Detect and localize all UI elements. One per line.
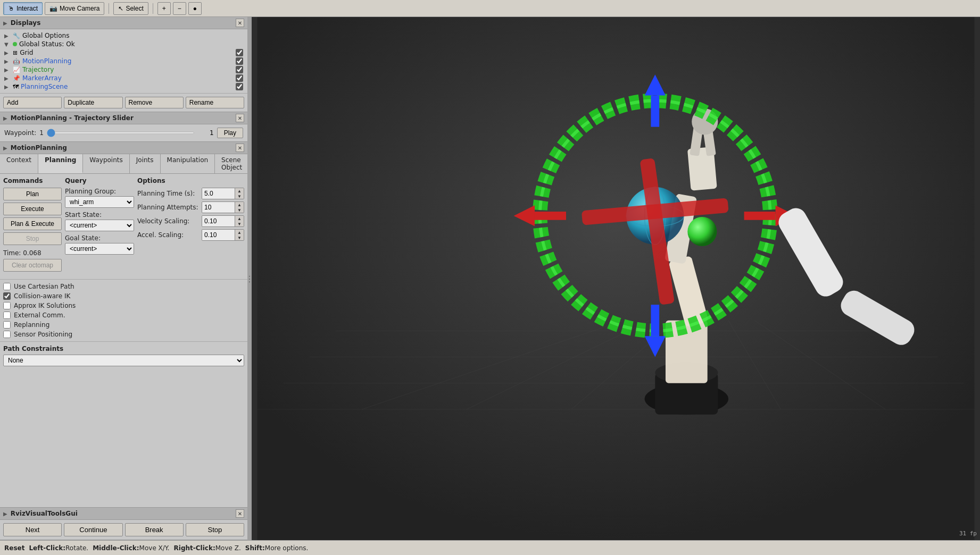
interact-label: Interact	[16, 5, 38, 12]
display-item-grid[interactable]: ▶ ⊞ Grid	[0, 48, 247, 57]
display-item-trajectory[interactable]: ▶ 📈 Trajectory	[0, 65, 247, 74]
rename-button[interactable]: Rename	[186, 97, 244, 108]
sensor-positioning-checkbox[interactable]	[3, 331, 11, 338]
collision-label: Collision-aware IK	[14, 292, 70, 300]
planning-attempts-field[interactable]	[202, 202, 235, 213]
dot-icon: ●	[193, 5, 197, 12]
rviz-header[interactable]: ▶ RvizVisualToolsGui ✕	[0, 508, 247, 520]
waypoint-label: Waypoint:	[4, 129, 36, 137]
duplicate-button[interactable]: Duplicate	[64, 97, 122, 108]
start-state-label: Start State:	[65, 211, 134, 218]
display-item-global-options[interactable]: ▶ 🔧 Global Options	[0, 31, 247, 40]
stop-button[interactable]: Stop	[3, 232, 62, 245]
display-item-global-status[interactable]: ▼ Global Status: Ok	[0, 40, 247, 48]
break-button[interactable]: Break	[125, 523, 184, 536]
rviz-section: ▶ RvizVisualToolsGui ✕ Next Continue Bre…	[0, 508, 247, 540]
plus-button[interactable]: +	[157, 2, 171, 15]
select-button[interactable]: ↖ Select	[113, 2, 148, 15]
motionplanning-header[interactable]: ▶ MotionPlanning ✕	[0, 142, 247, 154]
trajectory-slider-header[interactable]: ▶ MotionPlanning - Trajectory Slider ✕	[0, 112, 247, 124]
clear-octomap-button[interactable]: Clear octomap	[3, 259, 62, 272]
velocity-scaling-down[interactable]: ▼	[235, 221, 244, 226]
remove-button[interactable]: Remove	[125, 97, 184, 108]
plan-button[interactable]: Plan	[3, 188, 62, 200]
accel-scaling-down[interactable]: ▼	[235, 235, 244, 240]
trajectory-arrow: ▶	[4, 67, 11, 73]
trajectory-slider-close[interactable]: ✕	[236, 114, 244, 122]
velocity-scaling-up[interactable]: ▲	[235, 216, 244, 221]
viewport[interactable]: 31 fp	[252, 17, 980, 540]
planning-attempts-down[interactable]: ▼	[235, 207, 244, 213]
plus-icon: +	[162, 5, 166, 12]
displays-tree: ▶ 🔧 Global Options ▼ Global Status: Ok ▶…	[0, 29, 247, 93]
continue-button[interactable]: Continue	[64, 523, 122, 536]
tab-manipulation[interactable]: Manipulation	[161, 154, 215, 173]
rviz-collapse[interactable]: ▶	[3, 511, 7, 517]
planning-time-field[interactable]	[202, 188, 235, 199]
displays-collapse-arrow[interactable]: ▶	[3, 20, 7, 26]
approx-ik-checkbox[interactable]	[3, 302, 11, 309]
play-button[interactable]: Play	[217, 128, 243, 138]
collision-checkbox[interactable]	[3, 292, 11, 300]
path-constraints-select[interactable]: None	[3, 355, 244, 366]
planning-time-down[interactable]: ▼	[235, 194, 244, 199]
robot-viewport-svg	[252, 17, 980, 540]
display-item-markerarray[interactable]: ▶ 📌 MarkerArray	[0, 74, 247, 82]
rviz-close[interactable]: ✕	[236, 509, 244, 518]
statusbar: Reset Left-Click: Rotate. Middle-Click: …	[0, 540, 980, 555]
minus-button[interactable]: −	[173, 2, 186, 15]
plan-execute-button[interactable]: Plan & Execute	[3, 217, 62, 230]
displays-header[interactable]: ▶ Displays ✕	[0, 17, 247, 29]
markerarray-checkbox[interactable]	[236, 74, 243, 82]
planning-group-select[interactable]: whi_arm	[65, 196, 134, 208]
grid-checkbox[interactable]	[236, 49, 243, 56]
tab-scene-object[interactable]: Scene Object	[215, 154, 247, 173]
start-state-select[interactable]: <current>	[65, 220, 134, 231]
goal-state-select[interactable]: <current>	[65, 243, 134, 255]
planning-group-row: Planning Group: whi_arm	[65, 188, 134, 208]
add-button[interactable]: Add	[3, 97, 62, 108]
planningscene-checkbox[interactable]	[236, 83, 243, 90]
trajectory-checkbox[interactable]	[236, 66, 243, 73]
shift-action: More options.	[265, 544, 309, 552]
move-camera-button[interactable]: 📷 Move Camera	[45, 2, 104, 15]
motionplanning-display-icon: 🤖	[13, 58, 20, 65]
planning-attempts-up[interactable]: ▲	[235, 202, 244, 207]
stop-rviz-button[interactable]: Stop	[186, 523, 244, 536]
global-status-arrow: ▼	[4, 41, 11, 47]
motionplanning-section: ▶ MotionPlanning ✕ Context Planning Wayp…	[0, 142, 247, 508]
motionplanning-collapse[interactable]: ▶	[3, 145, 7, 151]
external-comm-checkbox[interactable]	[3, 312, 11, 319]
motionplanning-close[interactable]: ✕	[236, 144, 244, 152]
motionplanning-checkbox[interactable]	[236, 57, 243, 65]
tab-planning[interactable]: Planning	[38, 154, 83, 173]
waypoint-max: 1	[198, 129, 214, 137]
display-item-planningscene[interactable]: ▶ 🗺 PlanningScene	[0, 82, 247, 91]
execute-button[interactable]: Execute	[3, 203, 62, 215]
next-button[interactable]: Next	[3, 523, 62, 536]
accel-scaling-field[interactable]	[202, 230, 235, 240]
accel-scaling-up[interactable]: ▲	[235, 230, 244, 235]
waypoint-slider[interactable]	[47, 132, 195, 134]
left-click-action: Rotate.	[65, 544, 88, 552]
accel-scaling-arrows: ▲ ▼	[235, 230, 244, 240]
planning-time-up[interactable]: ▲	[235, 188, 244, 194]
tab-waypoints[interactable]: Waypoints	[83, 154, 129, 173]
interact-button[interactable]: 🖱 Interact	[3, 2, 43, 15]
tab-context[interactable]: Context	[0, 154, 38, 173]
left-click-label: Left-Click:	[29, 544, 65, 552]
trajectory-slider-collapse[interactable]: ▶	[3, 115, 7, 121]
displays-close-button[interactable]: ✕	[236, 19, 244, 27]
options-grid: Planning Time (s): ▲ ▼ Planning Attempts…	[137, 188, 244, 241]
svg-rect-30	[744, 212, 776, 220]
panel-divider[interactable]	[247, 17, 252, 540]
velocity-scaling-field[interactable]	[202, 216, 235, 226]
dot-button[interactable]: ●	[188, 2, 202, 15]
fps-value: 31 fp	[959, 530, 977, 537]
tab-joints[interactable]: Joints	[130, 154, 161, 173]
accel-scaling-label: Accel. Scaling:	[137, 231, 198, 239]
cartesian-checkbox[interactable]	[3, 283, 11, 290]
planning-time-label: Planning Time (s):	[137, 190, 198, 197]
replanning-checkbox[interactable]	[3, 321, 11, 329]
display-item-motionplanning[interactable]: ▶ 🤖 MotionPlanning	[0, 57, 247, 65]
